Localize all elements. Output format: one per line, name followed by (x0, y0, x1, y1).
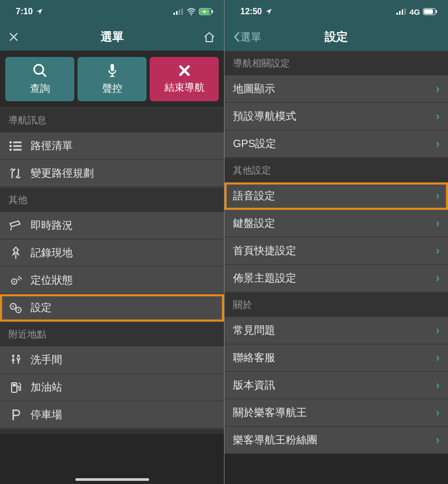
chevron-right-icon: › (436, 110, 440, 123)
row-map-display[interactable]: 地圖顯示› (225, 75, 448, 103)
signal-icon (396, 8, 407, 15)
end-nav-button[interactable]: 結束導航 (150, 57, 219, 101)
mic-icon (105, 63, 119, 79)
row-traffic[interactable]: 即時路況 (0, 212, 224, 239)
row-label: 洗手間 (31, 353, 216, 367)
location-arrow-icon (36, 8, 43, 15)
row-label: 鍵盤設定 (233, 216, 428, 230)
row-contact[interactable]: 聯絡客服› (225, 344, 448, 372)
chevron-right-icon: › (436, 433, 440, 447)
svg-rect-0 (173, 13, 175, 15)
chevron-right-icon: › (436, 189, 440, 203)
row-gps-settings[interactable]: GPS設定› (225, 130, 448, 158)
home-icon[interactable] (203, 31, 216, 43)
row-label: 佈景主題設定 (233, 271, 428, 285)
chevron-right-icon: › (436, 217, 440, 230)
row-label: 常見問題 (233, 323, 428, 337)
row-about-app[interactable]: 關於樂客導航王› (225, 399, 448, 427)
row-route-list[interactable]: 路徑清單 (0, 132, 224, 160)
signal-icon (173, 8, 184, 15)
row-voice-settings[interactable]: 語音設定› (225, 182, 448, 210)
svg-rect-26 (13, 384, 16, 386)
page-title: 選單 (101, 29, 124, 45)
screen-settings: 12:50 4G 選單 設定 導航相關設定 地圖顯示› 預設導航模式› GPS設… (224, 0, 448, 484)
end-label: 結束導航 (164, 81, 204, 94)
voice-button[interactable]: 聲控 (77, 57, 147, 101)
row-restroom[interactable]: 洗手間 (0, 346, 224, 374)
wifi-icon (187, 8, 196, 15)
row-label: 設定 (31, 301, 216, 315)
svg-rect-32 (424, 9, 433, 14)
back-button[interactable]: 選單 (233, 30, 261, 44)
action-buttons: 查詢 聲控 結束導航 (0, 51, 224, 108)
row-faq[interactable]: 常見問題› (225, 317, 448, 344)
search-label: 查詢 (30, 82, 50, 95)
back-label: 選單 (240, 30, 261, 44)
row-label: 路徑清單 (31, 139, 216, 153)
svg-rect-10 (110, 64, 113, 71)
row-keyboard-settings[interactable]: 鍵盤設定› (225, 210, 448, 237)
section-header-other: 其他 (0, 187, 224, 212)
home-indicator[interactable] (75, 478, 149, 481)
row-record-location[interactable]: 記錄現地 (0, 239, 224, 267)
row-label: 記錄現地 (31, 246, 216, 260)
svg-point-23 (12, 354, 15, 357)
svg-point-24 (17, 354, 20, 357)
spacer (0, 429, 224, 434)
svg-point-15 (9, 148, 12, 150)
svg-rect-14 (13, 145, 22, 147)
section-header-nearby: 附近地點 (0, 322, 224, 346)
chevron-right-icon: › (436, 272, 440, 285)
row-label: GPS設定 (233, 137, 428, 151)
svg-point-13 (9, 144, 12, 147)
close-x-icon (178, 64, 191, 78)
svg-rect-16 (13, 149, 22, 150)
restroom-icon (8, 354, 23, 366)
page-title: 設定 (325, 29, 348, 45)
svg-point-11 (9, 141, 12, 143)
row-version[interactable]: 版本資訊› (225, 372, 448, 399)
row-label: 樂客導航王粉絲團 (233, 433, 428, 447)
row-label: 停車場 (31, 408, 216, 422)
list-icon (8, 140, 23, 152)
fuel-icon (8, 381, 23, 394)
row-gas-station[interactable]: 加油站 (0, 374, 224, 401)
battery-icon (423, 8, 437, 15)
svg-point-18 (14, 280, 15, 282)
row-default-nav-mode[interactable]: 預設導航模式› (225, 103, 448, 130)
svg-rect-27 (396, 13, 398, 15)
row-settings[interactable]: 設定 (0, 294, 224, 322)
svg-rect-30 (404, 8, 406, 15)
parking-icon (8, 409, 23, 421)
row-change-route[interactable]: 變更路徑規劃 (0, 160, 224, 187)
chevron-right-icon: › (436, 137, 440, 151)
gear-icon (8, 302, 23, 314)
svg-rect-12 (13, 141, 22, 143)
chevron-right-icon: › (436, 406, 440, 420)
navbar: 選單 設定 (225, 23, 448, 51)
search-button[interactable]: 查詢 (5, 57, 74, 101)
svg-point-8 (34, 65, 43, 74)
row-label: 語音設定 (233, 189, 428, 203)
section-header-navinfo: 導航訊息 (0, 108, 224, 132)
close-icon[interactable] (8, 32, 19, 42)
row-label: 聯絡客服 (233, 351, 428, 365)
voice-label: 聲控 (102, 82, 122, 95)
status-time: 12:50 (240, 7, 262, 16)
row-gps-status[interactable]: 定位狀態 (0, 267, 224, 294)
chevron-right-icon: › (436, 82, 440, 96)
row-fanpage[interactable]: 樂客導航王粉絲團› (225, 427, 448, 454)
row-label: 即時路況 (31, 218, 216, 233)
svg-line-9 (42, 73, 46, 77)
row-label: 定位狀態 (31, 273, 216, 287)
svg-rect-7 (212, 10, 213, 13)
search-icon (32, 63, 48, 79)
chevron-right-icon: › (436, 244, 440, 258)
row-label: 版本資訊 (233, 378, 428, 392)
row-parking[interactable]: 停車場 (0, 401, 224, 429)
row-theme-settings[interactable]: 佈景主題設定› (225, 265, 448, 292)
section-header-other: 其他設定 (225, 158, 448, 182)
network-label: 4G (410, 7, 420, 16)
pin-icon (8, 246, 23, 260)
row-home-shortcut[interactable]: 首頁快捷設定› (225, 237, 448, 265)
